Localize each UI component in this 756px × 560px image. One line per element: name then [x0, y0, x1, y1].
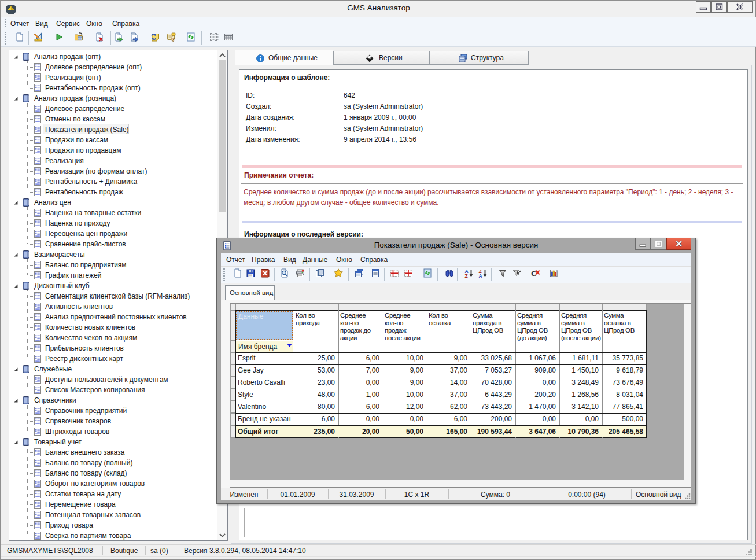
- svg-text:Z: Z: [465, 273, 468, 278]
- svg-text:A: A: [479, 273, 482, 278]
- svg-text:C: C: [531, 269, 536, 278]
